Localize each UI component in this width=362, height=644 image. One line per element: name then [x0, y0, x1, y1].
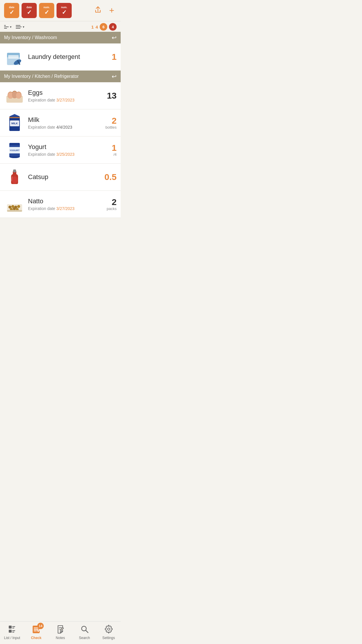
- item-name-laundry: Laundry detergent: [28, 53, 96, 61]
- item-image-milk: MILK: [4, 112, 25, 133]
- item-info-yogurt: Yogurt Expiration date 3/25/2023: [25, 143, 99, 157]
- svg-marker-14: [9, 114, 20, 116]
- count-row: 1 4 6 4: [91, 23, 117, 31]
- filter-date-red-2[interactable]: date ✓: [22, 3, 37, 18]
- expiry-date-eggs: 3/27/2023: [56, 98, 74, 102]
- item-expiry-yogurt: Expiration date 3/25/2023: [28, 152, 96, 157]
- list-item-milk[interactable]: MILK Milk Expiration date 4/4/2023 2 bot…: [0, 109, 121, 136]
- svg-rect-3: [8, 55, 19, 59]
- item-image-eggs: [4, 85, 25, 106]
- svg-point-12: [16, 92, 21, 99]
- section-title-kitchen: My Inventory / Kitchen / Refrigerator: [4, 74, 79, 79]
- section-title-washroom: My Inventory / Washroom: [4, 35, 57, 40]
- qty-unit-natto: packs: [99, 206, 117, 211]
- item-qty-natto: 2 packs: [99, 198, 117, 211]
- item-expiry-eggs: Expiration date 3/27/2023: [28, 98, 96, 102]
- svg-point-30: [13, 207, 16, 210]
- svg-point-23: [12, 176, 17, 183]
- badge-6: 6: [100, 23, 107, 31]
- item-qty-yogurt: 1 /4: [99, 144, 117, 157]
- section-header-kitchen: My Inventory / Kitchen / Refrigerator ↪: [0, 71, 121, 82]
- item-image-catsup: [4, 167, 25, 188]
- item-expiry-natto: Expiration date 3/27/2023: [28, 206, 96, 211]
- qty-value-yogurt: 1: [99, 144, 117, 152]
- svg-text:YOGURT: YOGURT: [10, 149, 20, 152]
- sort-list-button[interactable]: ▾: [4, 25, 12, 29]
- item-name-milk: Milk: [28, 116, 96, 124]
- section-nav-icon-washroom[interactable]: ↪: [112, 34, 117, 41]
- item-info-laundry: Laundry detergent: [25, 53, 99, 61]
- item-info-milk: Milk Expiration date 4/4/2023: [25, 116, 99, 130]
- list-item-eggs[interactable]: Eggs Expiration date 3/27/2023 13: [0, 82, 121, 109]
- count-2: 4: [96, 24, 98, 29]
- svg-rect-21: [9, 143, 20, 145]
- item-image-natto: [4, 194, 25, 215]
- list-item-catsup[interactable]: Catsup 0.5: [0, 164, 121, 191]
- qty-unit-milk: bottles: [99, 125, 117, 130]
- item-qty-eggs: 13: [99, 91, 117, 100]
- section-nav-icon-kitchen[interactable]: ↪: [112, 73, 117, 80]
- svg-point-28: [17, 205, 20, 208]
- expiry-date-milk: 4/4/2023: [56, 125, 72, 130]
- svg-rect-22: [13, 169, 16, 172]
- list-item-yogurt[interactable]: YOGURT Yogurt Expiration date 3/25/2023 …: [0, 136, 121, 164]
- item-name-eggs: Eggs: [28, 89, 96, 97]
- item-name-catsup: Catsup: [28, 173, 96, 181]
- item-info-natto: Natto Expiration date 3/27/2023: [25, 197, 99, 211]
- sort-bar: ▾ ▾ 1 4 6 4: [0, 21, 121, 32]
- item-expiry-milk: Expiration date 4/4/2023: [28, 125, 96, 130]
- item-qty-laundry: 1: [99, 52, 117, 61]
- list-item-laundry[interactable]: Laundry detergent 1: [0, 43, 121, 71]
- list-item-natto[interactable]: Natto Expiration date 3/27/2023 2 packs: [0, 191, 121, 218]
- expiry-date-yogurt: 3/25/2023: [56, 152, 74, 157]
- section-header-washroom: My Inventory / Washroom ↪: [0, 32, 121, 43]
- svg-text:MILK: MILK: [11, 122, 18, 125]
- filter-num-orange-3[interactable]: num. ✓: [39, 3, 54, 18]
- qty-value-milk: 2: [99, 116, 117, 125]
- count-1: 1: [91, 24, 94, 29]
- svg-rect-17: [9, 117, 20, 118]
- item-name-natto: Natto: [28, 197, 96, 205]
- item-info-eggs: Eggs Expiration date 3/27/2023: [25, 89, 99, 102]
- qty-value-natto: 2: [99, 198, 117, 206]
- add-button[interactable]: +: [107, 4, 117, 17]
- item-image-laundry: [4, 46, 25, 67]
- qty-value-catsup: 0.5: [99, 173, 117, 181]
- badge-4: 4: [109, 23, 117, 31]
- item-name-yogurt: Yogurt: [28, 143, 96, 151]
- sort-group-button[interactable]: ▾: [16, 25, 24, 29]
- item-qty-catsup: 0.5: [99, 173, 117, 181]
- item-image-yogurt: YOGURT: [4, 139, 25, 160]
- expiry-date-natto: 3/27/2023: [56, 206, 74, 211]
- item-info-catsup: Catsup: [25, 173, 99, 181]
- filter-date-orange-1[interactable]: date ✓: [4, 3, 19, 18]
- filter-num-red-4[interactable]: num. ✓: [57, 3, 72, 18]
- toolbar: date ✓ date ✓ num. ✓ num. ✓ +: [0, 0, 121, 21]
- qty-value-laundry: 1: [99, 52, 117, 61]
- share-button[interactable]: [92, 4, 104, 17]
- qty-value-eggs: 13: [99, 91, 117, 100]
- qty-unit-yogurt: /4: [99, 152, 117, 157]
- svg-rect-32: [7, 210, 22, 212]
- item-qty-milk: 2 bottles: [99, 116, 117, 130]
